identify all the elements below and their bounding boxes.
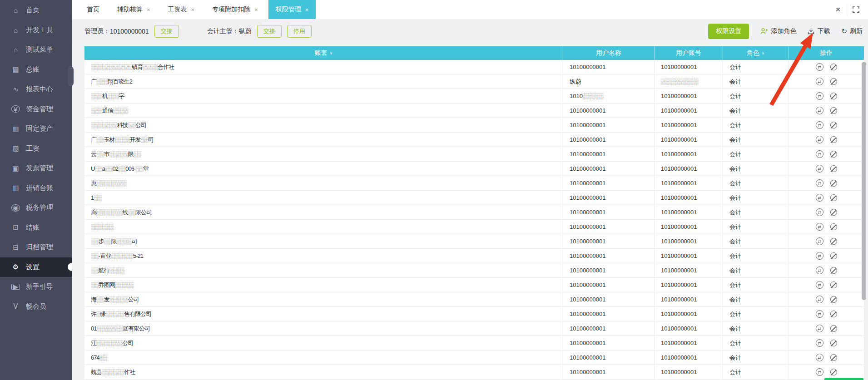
sidebar-item-label: 发票管理 xyxy=(26,164,53,173)
transfer-icon[interactable]: ⇄ xyxy=(816,194,823,202)
tab-close-icon[interactable]: × xyxy=(191,6,195,13)
disable-icon[interactable] xyxy=(830,136,837,143)
sidebar-item-home-首页[interactable]: ⌂首页 xyxy=(0,0,72,20)
sidebar-item-salary-工资[interactable]: ▧工资 xyxy=(0,139,72,159)
disable-icon[interactable] xyxy=(830,151,837,158)
disable-icon[interactable] xyxy=(830,223,837,230)
sidebar-item-funds-资金管理[interactable]: ¥资金管理 xyxy=(0,99,72,119)
transfer-icon[interactable]: ⇄ xyxy=(816,63,823,71)
disable-icon[interactable] xyxy=(830,209,837,216)
transfer-icon[interactable]: ⇄ xyxy=(816,208,823,216)
transfer-icon[interactable]: ⇄ xyxy=(816,223,823,231)
sidebar-item-tax-税务管理[interactable]: ◉税务管理 xyxy=(0,198,72,218)
user-name-cell: 10100000001 xyxy=(563,249,654,263)
disable-icon[interactable] xyxy=(830,325,837,332)
sidebar-item-label: 税务管理 xyxy=(26,203,53,212)
disable-icon[interactable] xyxy=(830,267,837,274)
disable-icon[interactable] xyxy=(830,122,837,128)
sidebar-item-archive-归档管理[interactable]: ⊟归档管理 xyxy=(0,237,72,257)
transfer-icon[interactable]: ⇄ xyxy=(816,136,823,143)
transfer-icon[interactable]: ⇄ xyxy=(816,354,823,361)
transfer-icon[interactable]: ⇄ xyxy=(816,165,823,173)
disable-icon[interactable] xyxy=(830,78,837,85)
home-icon: ⌂ xyxy=(11,6,20,14)
transfer-icon[interactable]: ⇄ xyxy=(816,310,823,318)
floating-widget-partial[interactable] xyxy=(824,378,863,380)
transfer-icon[interactable]: ⇄ xyxy=(816,339,823,347)
add-role-button[interactable]: 添加角色 xyxy=(760,27,796,35)
permission-settings-button[interactable]: 权限设置 xyxy=(708,24,749,39)
download-button[interactable]: 下载 xyxy=(808,27,830,35)
header-role[interactable]: 角色∨ xyxy=(723,46,788,60)
transfer-icon[interactable]: ⇄ xyxy=(816,92,823,100)
sidebar-item-member-畅会员[interactable]: Ⅴ畅会员 xyxy=(0,297,72,317)
transfer-icon[interactable]: ⇄ xyxy=(816,107,823,114)
transfer-icon[interactable]: ⇄ xyxy=(816,325,823,332)
sidebar-item-home-开发工具[interactable]: ⌂开发工具 xyxy=(0,20,72,40)
transfer-icon[interactable]: ⇄ xyxy=(816,179,823,187)
transfer-icon[interactable]: ⇄ xyxy=(816,368,823,376)
sidebar-item-closing-结账[interactable]: ⊡结账 xyxy=(0,218,72,238)
account-set-cell: ░░航行░░░░ xyxy=(84,263,563,277)
tab-工资表[interactable]: 工资表× xyxy=(161,0,202,19)
transfer-icon[interactable]: ⇄ xyxy=(816,237,823,245)
disable-icon[interactable] xyxy=(830,194,837,201)
disable-icon[interactable] xyxy=(830,180,837,187)
tab-辅助核算[interactable]: 辅助核算× xyxy=(110,0,158,19)
disable-icon[interactable] xyxy=(830,93,837,99)
disable-icon[interactable] xyxy=(830,107,837,114)
table-row: ░░░░░░░░░░░镇育░░░░合作社10100000001101000000… xyxy=(84,60,864,74)
transfer-icon[interactable]: ⇄ xyxy=(816,78,823,85)
sidebar-item-fixed-assets-固定资产[interactable]: ▦固定资产 xyxy=(0,119,72,139)
user-name-cell: 10100000001 xyxy=(563,365,654,379)
close-icon[interactable]: × xyxy=(830,0,846,19)
sidebar-item-settings-设置[interactable]: ⚙设置 xyxy=(0,257,72,277)
settings-icon: ⚙ xyxy=(11,263,20,271)
sidebar-item-ledger-总账[interactable]: ▤总账 xyxy=(0,60,72,80)
disable-icon[interactable] xyxy=(830,252,837,259)
disable-icon[interactable] xyxy=(830,369,837,375)
transfer-icon[interactable]: ⇄ xyxy=(816,121,823,129)
disable-icon[interactable] xyxy=(830,340,837,346)
tab-专项附加扣除[interactable]: 专项附加扣除× xyxy=(205,0,265,19)
disable-icon[interactable] xyxy=(830,296,837,303)
sidebar-item-guide-新手引导[interactable]: ▶新手引导 xyxy=(0,277,72,297)
disable-icon[interactable] xyxy=(830,311,837,317)
user-account-cell: 10100000001 xyxy=(654,220,723,234)
transfer-icon[interactable]: ⇄ xyxy=(816,281,823,289)
admin-handover-button[interactable]: 交接 xyxy=(154,25,179,38)
tab-close-icon[interactable]: × xyxy=(305,6,309,13)
disable-icon[interactable] xyxy=(830,165,837,172)
tab-首页[interactable]: 首页 xyxy=(79,0,107,19)
sidebar-item-report-报表中心[interactable]: ∿报表中心 xyxy=(0,79,72,99)
disable-icon[interactable] xyxy=(830,354,837,361)
table-scrollbar[interactable] xyxy=(862,62,866,300)
user-account-cell: ░░░░░░░░░ xyxy=(654,74,723,89)
sidebar-item-label: 畅会员 xyxy=(26,302,46,311)
tab-close-icon[interactable]: × xyxy=(147,6,150,13)
actions-cell: ⇄ xyxy=(788,60,864,74)
user-name-cell: 10100000001 xyxy=(563,176,654,190)
disable-icon[interactable] xyxy=(830,281,837,288)
transfer-icon[interactable]: ⇄ xyxy=(816,296,823,303)
tab-权限管理[interactable]: 权限管理× xyxy=(268,0,316,19)
user-name-cell: 10100000001 xyxy=(563,205,654,219)
disable-icon[interactable] xyxy=(830,64,837,70)
transfer-icon[interactable]: ⇄ xyxy=(816,150,823,158)
fullscreen-icon[interactable] xyxy=(848,0,863,19)
refresh-button[interactable]: ↻ 刷新 xyxy=(841,27,863,35)
transfer-icon[interactable]: ⇄ xyxy=(816,266,823,274)
sidebar-item-home-测试菜单[interactable]: ⌂测试菜单 xyxy=(0,40,72,60)
sidebar-item-invoice-发票管理[interactable]: ▣发票管理 xyxy=(0,158,72,178)
supervisor-disable-button[interactable]: 停用 xyxy=(287,25,312,38)
actions-cell: ⇄ xyxy=(788,133,864,147)
table-header: 账套∨ 用户名称 用户账号 角色∨ 操作 xyxy=(84,46,864,60)
sidebar-item-label: 新手引导 xyxy=(26,282,53,291)
supervisor-handover-button[interactable]: 交接 xyxy=(257,25,282,38)
sidebar-collapse-handle[interactable] xyxy=(68,66,74,86)
sidebar-item-inventory-进销台账[interactable]: ▥进销台账 xyxy=(0,178,72,198)
tab-close-icon[interactable]: × xyxy=(254,6,258,13)
disable-icon[interactable] xyxy=(830,238,837,245)
header-account-set[interactable]: 账套∨ xyxy=(84,46,563,60)
transfer-icon[interactable]: ⇄ xyxy=(816,252,823,260)
